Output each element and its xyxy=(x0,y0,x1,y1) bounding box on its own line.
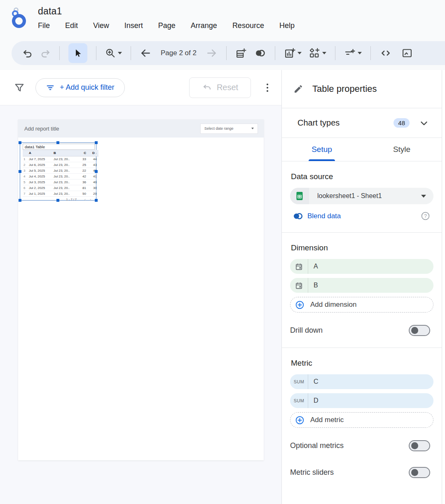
table-row: 3 Jul 5, 2025 Jul 23, 20.. 22 42 xyxy=(23,168,98,173)
aggregation-label[interactable]: SUM xyxy=(290,393,308,408)
table-header-b[interactable]: B xyxy=(52,150,74,156)
menu-item[interactable]: Resource xyxy=(232,21,264,30)
selection-handle[interactable] xyxy=(56,199,59,202)
filter-funnel-icon[interactable] xyxy=(14,82,25,93)
selection-handle[interactable] xyxy=(19,170,21,173)
add-chart-icon[interactable] xyxy=(284,47,302,59)
table-row: 2 Jul 6, 2025 Jul 23, 20.. 25 43 xyxy=(23,162,98,168)
cell-d: 41 xyxy=(88,173,98,179)
metric-chip-c[interactable]: SUM C xyxy=(290,374,433,389)
redo-icon[interactable] xyxy=(40,48,51,58)
pagination-next-icon[interactable]: › xyxy=(90,198,91,202)
page-indicator[interactable]: Page 2 of 2 xyxy=(161,49,197,57)
menu-item[interactable]: Help xyxy=(279,21,295,30)
filter-bar: + Add quick filter Reset xyxy=(0,70,281,105)
zoom-tool-icon[interactable] xyxy=(105,48,122,58)
panel-right-edge xyxy=(442,70,445,504)
metric-sliders-toggle[interactable] xyxy=(409,467,430,478)
dimension-chip-b[interactable]: B xyxy=(290,278,433,293)
image-icon[interactable] xyxy=(401,47,413,59)
previous-page-icon[interactable] xyxy=(140,48,151,58)
help-icon[interactable]: ? xyxy=(421,211,430,221)
data-source-heading: Data source xyxy=(291,172,433,181)
optional-metrics-toggle[interactable] xyxy=(409,440,430,451)
zoom-dropdown-caret-icon[interactable] xyxy=(118,52,122,54)
cell-d: 30 xyxy=(88,185,98,191)
chart-types-row[interactable]: Chart types 48 xyxy=(282,108,442,138)
toolbar-divider xyxy=(335,46,335,60)
add-metric-button[interactable]: Add metric xyxy=(290,412,433,428)
metric-field-label: C xyxy=(308,378,319,385)
undo-icon[interactable] xyxy=(22,48,33,58)
table-title[interactable]: data1 Table xyxy=(23,144,95,150)
add-quick-filter-button[interactable]: + Add quick filter xyxy=(35,78,125,97)
pagination-prev-icon[interactable]: ‹ xyxy=(84,198,86,202)
add-control-caret-icon[interactable] xyxy=(322,52,326,54)
add-page-icon[interactable] xyxy=(235,47,247,59)
cell-a: Jul 1, 2025 xyxy=(27,191,52,196)
date-range-control[interactable]: Select date range xyxy=(200,124,258,134)
reset-button[interactable]: Reset xyxy=(189,77,251,98)
menu-item[interactable]: View xyxy=(93,21,109,30)
table-header-d[interactable]: D ↓ xyxy=(88,150,98,156)
cell-a: Jul 4, 2025 xyxy=(27,173,52,179)
report-page[interactable]: Add report title Select date range xyxy=(18,119,264,460)
selection-handle[interactable] xyxy=(95,199,98,202)
more-options-kebab-icon[interactable] xyxy=(263,82,272,93)
add-dimension-button[interactable]: Add dimension xyxy=(290,297,433,313)
report-canvas[interactable]: Add report title Select date range xyxy=(0,105,281,504)
menu-item[interactable]: Insert xyxy=(124,21,143,30)
quick-filter-lines-icon xyxy=(46,83,55,92)
report-title-placeholder[interactable]: Add report title xyxy=(24,126,59,132)
pagination-range: 1 - 7 / 7 xyxy=(66,198,77,201)
embed-icon[interactable] xyxy=(379,48,392,58)
active-tab-underline xyxy=(309,159,335,161)
cell-b: Jul 23, 20.. xyxy=(52,185,74,191)
menu-item[interactable]: Arrange xyxy=(191,21,217,30)
data-source-name: lookersheet1 - Sheet1 xyxy=(309,192,421,200)
report-header-band: Add report title Select date range xyxy=(18,119,264,138)
selection-handle[interactable] xyxy=(56,141,59,144)
cell-a: Jul 6, 2025 xyxy=(27,162,52,168)
drill-down-toggle[interactable] xyxy=(409,325,430,336)
chart-types-label: Chart types xyxy=(297,118,340,128)
selection-handle[interactable] xyxy=(19,141,21,144)
cell-a: Jul 5, 2025 xyxy=(27,168,52,173)
cell-c: 42 xyxy=(74,173,88,179)
optional-metrics-row: Optional metrics xyxy=(290,440,433,451)
toolbar-divider xyxy=(275,46,275,60)
dimension-chip-a[interactable]: A xyxy=(290,259,433,274)
toolbar-divider xyxy=(370,46,371,60)
blend-data-link[interactable]: Blend data xyxy=(307,212,341,220)
select-tool-icon[interactable] xyxy=(68,43,87,63)
selection-handle[interactable] xyxy=(95,141,98,144)
chevron-down-icon[interactable] xyxy=(419,118,429,128)
data-source-selector[interactable]: lookersheet1 - Sheet1 xyxy=(290,188,433,204)
menu-item[interactable]: Edit xyxy=(65,21,78,30)
toolbar-divider xyxy=(96,46,96,60)
document-title[interactable]: data1 xyxy=(38,6,295,17)
add-filter-caret-icon[interactable] xyxy=(358,52,362,54)
table-chart-widget[interactable]: data1 Table A B C D ↓ xyxy=(20,142,96,201)
toolbar-divider xyxy=(59,46,60,60)
blend-data-icon[interactable] xyxy=(254,48,266,58)
add-filter-icon[interactable] xyxy=(344,47,362,59)
add-quick-filter-label: + Add quick filter xyxy=(60,83,115,92)
row-number-cell: 5 xyxy=(23,179,27,185)
tab-setup[interactable]: Setup xyxy=(282,138,362,161)
table-header-c[interactable]: C xyxy=(74,150,88,156)
aggregation-label[interactable]: SUM xyxy=(290,374,308,389)
data-source-caret-icon xyxy=(421,195,426,198)
tab-style[interactable]: Style xyxy=(362,138,442,161)
table-header-a[interactable]: A xyxy=(27,150,52,156)
next-page-icon[interactable] xyxy=(206,48,218,58)
menu-item[interactable]: Page xyxy=(158,21,176,30)
selection-handle[interactable] xyxy=(19,199,21,202)
add-chart-caret-icon[interactable] xyxy=(297,52,302,54)
menu-item[interactable]: File xyxy=(38,21,50,30)
row-number-cell: 2 xyxy=(23,162,27,168)
looker-studio-logo-icon[interactable] xyxy=(11,7,30,28)
selection-handle[interactable] xyxy=(95,170,98,173)
metric-chip-d[interactable]: SUM D xyxy=(290,393,433,408)
add-control-icon[interactable] xyxy=(309,47,326,59)
